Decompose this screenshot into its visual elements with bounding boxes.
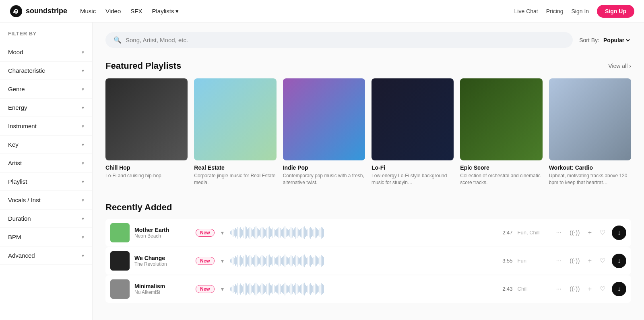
filter-instrument[interactable]: Instrument ▾ — [0, 117, 92, 135]
waveform-bar — [288, 258, 289, 264]
search-input[interactable] — [126, 37, 565, 43]
playlist-card[interactable]: Real EstateCorporate jingle music for Re… — [194, 78, 276, 186]
waveform-bar — [264, 257, 265, 265]
nav-livechat[interactable]: Live Chat — [514, 8, 538, 14]
waveform-bar — [269, 226, 270, 239]
expand-button[interactable]: ▾ — [219, 257, 225, 265]
like-button[interactable]: ♡ — [598, 227, 607, 238]
new-badge: New — [196, 257, 215, 265]
waveform-bar — [283, 228, 284, 238]
waveform-bar — [271, 229, 272, 236]
filter-duration[interactable]: Duration ▾ — [0, 209, 92, 228]
like-button[interactable]: ♡ — [598, 283, 607, 294]
more-options-button[interactable]: ··· — [555, 228, 563, 238]
waveform-bar — [323, 229, 324, 237]
playlist-name: Epic Score — [460, 164, 542, 171]
playlist-name: Real Estate — [194, 164, 276, 171]
waveform-bar — [283, 256, 284, 266]
playlist-card[interactable]: Epic ScoreCollection of orchestral and c… — [460, 78, 542, 186]
sidebar: Filter By Mood ▾ Characteristic ▾ Genre … — [0, 23, 93, 320]
filter-characteristic[interactable]: Characteristic ▾ — [0, 62, 92, 80]
track-duration: 3:55 — [497, 258, 513, 264]
filter-key[interactable]: Key ▾ — [0, 135, 92, 154]
expand-button[interactable]: ▾ — [219, 229, 225, 237]
waveform-bar — [271, 257, 272, 265]
waveform-bar — [250, 255, 250, 267]
playlist-card[interactable]: Lo-FiLow-energy Lo-Fi style background m… — [372, 78, 454, 186]
waveform-bar — [289, 285, 290, 293]
expand-button[interactable]: ▾ — [219, 285, 225, 293]
filter-genre[interactable]: Genre ▾ — [0, 80, 92, 98]
waveform-bar — [231, 258, 232, 263]
waveform-bar — [274, 285, 275, 293]
add-to-playlist-button[interactable]: + — [586, 284, 593, 294]
waveform-bar — [318, 286, 319, 292]
waveform-bar — [289, 257, 290, 265]
nav-video[interactable]: Video — [105, 8, 121, 14]
track-duration: 2:43 — [497, 286, 513, 292]
waveform-bar — [234, 258, 235, 264]
filter-bpm[interactable]: BPM ▾ — [0, 228, 92, 246]
radio-button[interactable]: ((·)) — [568, 284, 582, 294]
waveform-bar — [270, 228, 271, 237]
track-name: Minimalism — [134, 283, 191, 289]
waveform-bar — [276, 257, 277, 265]
waveform-bar — [323, 257, 324, 265]
filter-mood[interactable]: Mood ▾ — [0, 43, 92, 62]
signin-button[interactable]: Sign In — [572, 8, 589, 14]
download-button[interactable]: ↓ — [612, 282, 626, 296]
waveform-bar — [309, 284, 310, 294]
waveform-bar — [312, 230, 313, 236]
track-list: Mother EarthNeon BeachNew▾2:47Fun, Chill… — [105, 219, 631, 303]
waveform-bar — [277, 256, 278, 265]
waveform-bar — [241, 285, 242, 293]
filter-advanced[interactable]: Advanced ▾ — [0, 246, 92, 265]
playlist-card[interactable]: Indie PopContemporary pop music with a f… — [283, 78, 365, 186]
waveform-bar — [321, 255, 322, 267]
nav-sfx[interactable]: SFX — [130, 8, 142, 14]
track-name: Mother Earth — [134, 227, 191, 233]
radio-button[interactable]: ((·)) — [568, 256, 582, 266]
logo[interactable]: soundstripe — [10, 5, 67, 18]
like-button[interactable]: ♡ — [598, 255, 607, 266]
waveform-bar — [309, 256, 310, 266]
filter-artist[interactable]: Artist ▾ — [0, 154, 92, 172]
add-to-playlist-button[interactable]: + — [586, 256, 593, 266]
nav-music[interactable]: Music — [80, 8, 96, 14]
chevron-down-icon: ▾ — [82, 86, 84, 92]
waveform-bar — [291, 255, 291, 267]
more-options-button[interactable]: ··· — [555, 284, 563, 294]
add-to-playlist-button[interactable]: + — [586, 228, 593, 238]
track-thumbnail — [110, 251, 130, 271]
waveform-bar — [233, 257, 233, 265]
signup-button[interactable]: Sign Up — [597, 5, 634, 18]
waveform-bar — [272, 284, 273, 294]
waveform-bar — [245, 283, 246, 295]
track-thumbnail — [110, 223, 130, 242]
waveform-bar — [248, 256, 249, 266]
nav-playlists[interactable]: Playlists ▾ — [152, 8, 179, 15]
waveform-bar — [236, 229, 237, 236]
playlist-thumbnail — [460, 78, 542, 160]
filter-energy[interactable]: Energy ▾ — [0, 98, 92, 117]
download-button[interactable]: ↓ — [612, 226, 626, 240]
waveform-bar — [310, 255, 311, 267]
sort-select[interactable]: Popular Newest Oldest — [602, 37, 631, 44]
more-options-button[interactable]: ··· — [555, 256, 563, 266]
download-button[interactable]: ↓ — [612, 254, 626, 268]
view-all-button[interactable]: View all › — [608, 63, 631, 69]
nav-pricing[interactable]: Pricing — [546, 8, 564, 14]
radio-button[interactable]: ((·)) — [568, 228, 582, 238]
playlist-card[interactable]: Chill HopLo-Fi and cruising hip-hop. — [105, 78, 188, 186]
chevron-down-icon: ▾ — [82, 197, 84, 203]
track-row: Mother EarthNeon BeachNew▾2:47Fun, Chill… — [105, 219, 631, 246]
waveform-bar — [297, 284, 297, 294]
waveform-bar — [233, 285, 233, 293]
search-input-wrap[interactable]: 🔍 — [105, 32, 573, 48]
filter-vocals[interactable]: Vocals / Inst ▾ — [0, 191, 92, 209]
playlist-card[interactable]: Workout: CardioUpbeat, motivating tracks… — [549, 78, 631, 186]
waveform-bar — [298, 285, 299, 293]
waveform-bar — [265, 286, 266, 292]
filter-playlist[interactable]: Playlist ▾ — [0, 172, 92, 191]
waveform-bar — [244, 284, 244, 294]
